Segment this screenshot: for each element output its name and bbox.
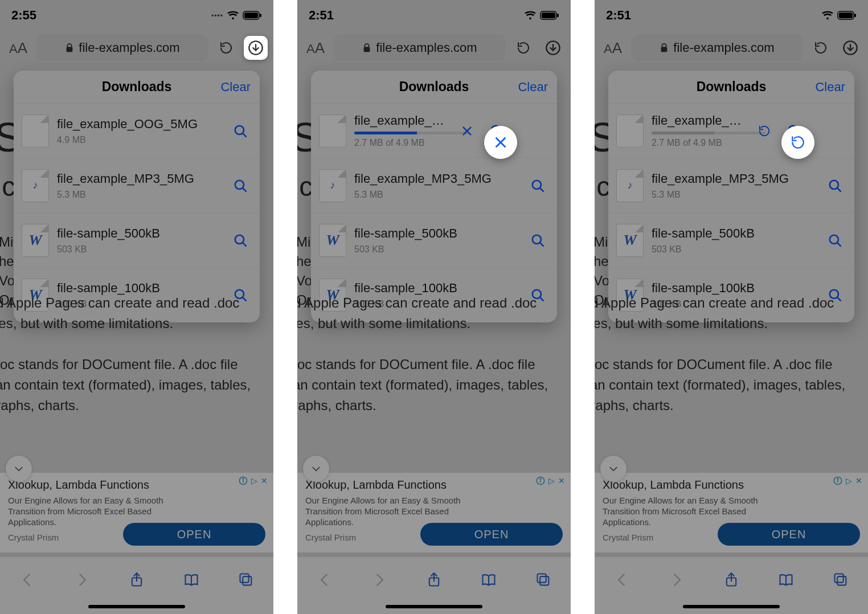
ad-banner[interactable]: ▷✕ Xlookup, Lambda Functions Our Engine … [297, 473, 571, 552]
download-row[interactable]: ♪ file_example_MP3_5MG 5.3 MB [311, 158, 557, 213]
reveal-in-finder-button[interactable] [526, 174, 549, 197]
forward-button[interactable] [664, 567, 689, 592]
downloads-button[interactable] [244, 36, 268, 60]
svg-rect-2 [260, 14, 261, 17]
reload-button[interactable] [214, 36, 238, 60]
reveal-in-finder-button[interactable] [229, 229, 252, 252]
address-bar[interactable]: file-examples.com [36, 35, 208, 61]
page-body-text: nd Apple Pages can create and read .doc … [595, 287, 863, 421]
file-icon: W [616, 224, 644, 257]
reveal-in-finder-button[interactable] [229, 120, 252, 142]
svg-rect-21 [542, 13, 555, 18]
ad-headline: Xlookup, Lambda Functions [305, 478, 563, 492]
url-host: file-examples.com [376, 40, 477, 55]
ad-banner[interactable]: ▷✕ Xlookup, Lambda Functions Our Engine … [595, 473, 868, 552]
ad-brand: Crystal Prism [305, 533, 356, 542]
download-row[interactable]: ♪ file_example_MP3_5MG 5.3 MB [608, 158, 854, 213]
reveal-in-finder-button[interactable] [526, 229, 549, 252]
download-size: 503 KB [652, 244, 816, 255]
retry-download-button[interactable] [754, 121, 775, 141]
file-icon: ♪ [616, 169, 644, 202]
svg-point-59 [837, 478, 838, 480]
download-row[interactable]: W file-sample_500kB 503 KB [14, 213, 260, 268]
highlight-retry [781, 126, 814, 159]
ad-banner[interactable]: ▷✕ Xlookup, Lambda Functions Our Engine … [0, 473, 273, 552]
text-size-button[interactable]: AA [600, 39, 625, 57]
address-bar[interactable]: file-examples.com [631, 35, 803, 61]
svg-point-39 [540, 478, 541, 480]
downloads-button[interactable] [838, 36, 862, 60]
tabs-button[interactable] [531, 567, 556, 592]
adchoices-icon[interactable]: ▷✕ [239, 476, 268, 485]
screenshot-pane-2: 2:51 AA file-examples.com S .c MicheVoOp… [297, 0, 571, 614]
forward-button[interactable] [367, 567, 392, 592]
download-row[interactable]: file_example_OOG_5MG 4.9 MB [14, 104, 260, 158]
home-indicator [386, 605, 482, 608]
svg-rect-46 [854, 14, 856, 17]
download-row[interactable]: ♪ file_example_MP3_5MG 5.3 MB [14, 158, 260, 213]
download-row[interactable]: W file-sample_500kB 503 KB [311, 213, 557, 268]
download-size: 5.3 MB [652, 190, 816, 200]
collapse-ad-button[interactable] [6, 456, 32, 482]
home-indicator [88, 605, 185, 608]
bottom-toolbar [297, 557, 571, 614]
bookmarks-button[interactable] [179, 567, 204, 592]
share-button[interactable] [719, 567, 744, 592]
download-size: 503 KB [354, 244, 518, 255]
clear-downloads-button[interactable]: Clear [815, 80, 845, 95]
collapse-ad-button[interactable] [303, 456, 329, 482]
reload-button[interactable] [511, 36, 535, 60]
forward-button[interactable] [69, 567, 95, 592]
svg-rect-43 [538, 574, 546, 583]
battery-icon [540, 10, 559, 21]
download-progress-text: 2.7 MB of 4.9 MB [354, 138, 449, 148]
ad-open-button[interactable]: OPEN [123, 523, 265, 546]
svg-rect-23 [364, 47, 370, 52]
clear-downloads-button[interactable]: Clear [220, 80, 251, 95]
downloads-title: Downloads [399, 79, 469, 95]
file-icon [319, 114, 346, 148]
reveal-in-finder-button[interactable] [824, 229, 846, 252]
reveal-in-finder-button[interactable] [824, 174, 846, 197]
svg-rect-45 [839, 13, 853, 18]
downloads-button[interactable] [541, 36, 565, 60]
svg-line-34 [540, 243, 543, 245]
share-button[interactable] [421, 567, 447, 592]
text-size-button[interactable]: AA [6, 39, 31, 57]
downloads-popover: Downloads Clear file_example_OOG... 2.7 … [311, 71, 557, 322]
collapse-ad-button[interactable] [600, 456, 627, 482]
status-time: 2:51 [606, 8, 631, 23]
text-size-button[interactable]: AA [303, 39, 328, 57]
bookmarks-button[interactable] [773, 567, 799, 592]
clear-downloads-button[interactable]: Clear [518, 80, 548, 95]
download-row[interactable]: file_example_OOG... 2.7 MB of 4.9 MB [311, 104, 557, 158]
download-row[interactable]: file_example_OOG... 2.7 MB of 4.9 MB [608, 104, 854, 158]
share-button[interactable] [124, 567, 149, 592]
reveal-in-finder-button[interactable] [229, 174, 252, 197]
address-bar[interactable]: file-examples.com [334, 35, 506, 61]
reload-button[interactable] [809, 36, 833, 60]
adchoices-icon[interactable]: ▷✕ [833, 476, 862, 485]
wifi-icon [524, 10, 537, 21]
ad-open-button[interactable]: OPEN [420, 523, 563, 546]
cancel-download-button[interactable] [457, 121, 477, 141]
back-button[interactable] [312, 567, 337, 592]
ad-open-button[interactable]: OPEN [718, 523, 860, 546]
page-body-text: nd Apple Pages can create and read .doc … [297, 287, 566, 421]
download-filename: file_example_OOG... [354, 113, 449, 128]
tabs-button[interactable] [828, 567, 853, 592]
back-button[interactable] [609, 567, 634, 592]
ad-headline: Xlookup, Lambda Functions [8, 478, 265, 492]
status-bar: 2:55 •••• [0, 0, 273, 31]
back-button[interactable] [15, 567, 40, 592]
svg-rect-22 [557, 14, 559, 17]
download-row[interactable]: W file-sample_500kB 503 KB [608, 213, 854, 268]
address-bar-row: AA file-examples.com [595, 31, 868, 65]
svg-line-8 [243, 188, 245, 191]
address-bar-row: AA file-examples.com [297, 31, 571, 65]
bookmarks-button[interactable] [476, 567, 501, 592]
svg-line-6 [243, 133, 245, 136]
svg-rect-19 [240, 574, 249, 583]
tabs-button[interactable] [234, 567, 259, 592]
adchoices-icon[interactable]: ▷✕ [536, 476, 565, 485]
